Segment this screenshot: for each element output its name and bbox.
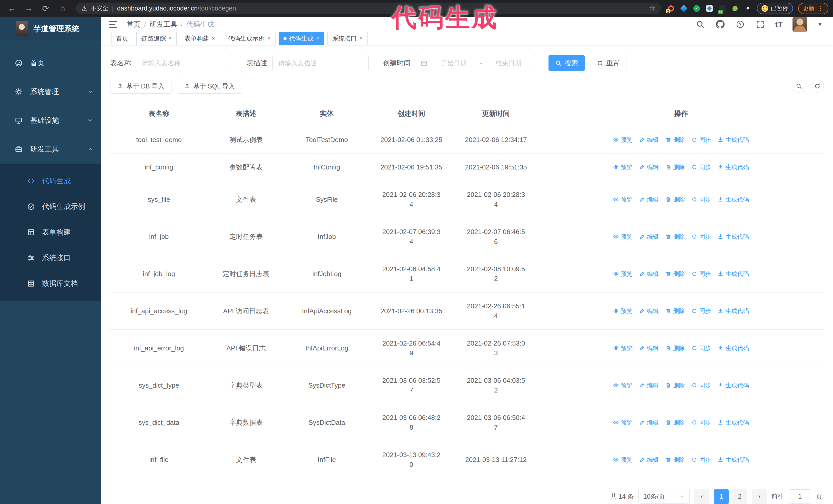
generate-code-link[interactable]: 生成代码 (718, 135, 749, 145)
preview-link[interactable]: 预览 (613, 380, 633, 390)
generate-code-link[interactable]: 生成代码 (718, 162, 749, 172)
delete-link[interactable]: 删除 (665, 306, 685, 316)
preview-link[interactable]: 预览 (613, 135, 633, 145)
avatar[interactable] (792, 17, 807, 32)
extension-gem-icon[interactable] (680, 5, 688, 12)
delete-link[interactable]: 删除 (665, 162, 685, 172)
breadcrumb-devtools[interactable]: 研发工具 (150, 20, 177, 29)
edit-link[interactable]: 编辑 (639, 455, 659, 464)
sync-link[interactable]: 同步 (691, 306, 711, 316)
extension-grid-icon[interactable] (706, 5, 713, 12)
sync-link[interactable]: 同步 (691, 380, 711, 390)
generate-code-link[interactable]: 生成代码 (718, 380, 749, 390)
sidebar-item-system[interactable]: 系统管理 (0, 77, 101, 106)
delete-link[interactable]: 删除 (665, 417, 685, 427)
tab-close-icon[interactable]: × (168, 35, 172, 41)
delete-link[interactable]: 删除 (665, 455, 685, 464)
page-size-select[interactable]: 10条/页 (639, 489, 690, 504)
tab-2[interactable]: 表单构建× (180, 32, 220, 45)
edit-link[interactable]: 编辑 (639, 343, 659, 353)
edit-link[interactable]: 编辑 (639, 135, 659, 145)
preview-link[interactable]: 预览 (613, 269, 633, 279)
preview-link[interactable]: 预览 (613, 455, 633, 464)
generate-code-link[interactable]: 生成代码 (718, 306, 749, 316)
sync-link[interactable]: 同步 (691, 195, 711, 204)
table-row[interactable]: sys_dict_data 字典数据表 SysDictData 2021-03-… (110, 404, 824, 441)
breadcrumb-home[interactable]: 首页 (127, 20, 140, 29)
tab-5[interactable]: 系统接口× (327, 32, 367, 45)
sync-link[interactable]: 同步 (691, 343, 711, 353)
delete-link[interactable]: 删除 (665, 135, 685, 145)
table-name-input[interactable] (136, 55, 232, 71)
table-row[interactable]: tool_test_demo 测试示例表 ToolTestDemo 2021-0… (110, 126, 824, 153)
help-icon[interactable]: ? (735, 19, 745, 29)
delete-link[interactable]: 删除 (665, 380, 685, 390)
start-date-placeholder[interactable]: 开始日期 (431, 59, 476, 67)
preview-link[interactable]: 预览 (613, 232, 633, 241)
date-range-picker[interactable]: 开始日期 - 结束日期 (416, 55, 536, 71)
browser-update-pill[interactable]: 更新 ⋮ (798, 3, 828, 14)
tab-4[interactable]: 代码生成× (279, 32, 325, 45)
edit-link[interactable]: 编辑 (639, 232, 659, 241)
sync-link[interactable]: 同步 (691, 232, 711, 241)
reload-icon[interactable]: ⟳ (39, 2, 53, 15)
table-row[interactable]: sys_file 文件表 SysFile 2021-02-06 20:28:3 … (110, 181, 824, 218)
tab-3[interactable]: 代码生成示例× (223, 32, 276, 45)
page-button-2[interactable]: 2 (732, 489, 747, 504)
tab-close-icon[interactable]: × (359, 35, 363, 41)
sidebar-item-db-doc[interactable]: 数据库文档 (0, 271, 101, 296)
extension-white-icon[interactable]: ✦ (744, 5, 752, 12)
home-icon[interactable]: ⌂ (55, 2, 70, 15)
delete-link[interactable]: 删除 (665, 269, 685, 279)
address-bar[interactable]: ⚠ 不安全 | dashboard.yudao.iocoder.cn/tool/… (76, 3, 661, 14)
table-row[interactable]: inf_file 文件表 InfFile 2021-03-13 09:43:2 … (110, 441, 824, 478)
github-icon[interactable] (715, 19, 725, 29)
table-row[interactable]: inf_job_log 定时任务日志表 InfJobLog 2021-02-08… (110, 255, 824, 292)
tab-1[interactable]: 链路追踪× (136, 32, 176, 45)
tab-close-icon[interactable]: × (267, 35, 271, 41)
sync-link[interactable]: 同步 (691, 135, 711, 145)
extension-on-icon[interactable]: on (718, 5, 726, 12)
table-row[interactable]: inf_api_access_log API 访问日志表 InfApiAcces… (110, 292, 824, 330)
generate-code-link[interactable]: 生成代码 (718, 343, 749, 353)
sync-link[interactable]: 同步 (691, 162, 711, 172)
extension-leaf-icon[interactable] (731, 5, 739, 12)
sync-link[interactable]: 同步 (691, 455, 711, 464)
sidebar-item-home[interactable]: 首页 (0, 49, 101, 77)
sidebar-item-devtools[interactable]: 研发工具 (0, 135, 101, 164)
fullscreen-icon[interactable] (755, 19, 765, 29)
reset-button[interactable]: 重置 (590, 55, 626, 71)
browser-menu-icon[interactable]: ⋮ (817, 4, 824, 12)
delete-link[interactable]: 删除 (665, 343, 685, 353)
hamburger-icon[interactable] (108, 19, 119, 30)
sync-link[interactable]: 同步 (691, 269, 711, 279)
extension-adblock-icon[interactable]: 1 (667, 5, 675, 12)
sidebar-item-codegen[interactable]: 代码生成 (0, 168, 101, 194)
tab-close-icon[interactable]: × (212, 35, 215, 41)
search-icon[interactable] (695, 19, 705, 29)
edit-link[interactable]: 编辑 (639, 417, 659, 427)
tab-0[interactable]: 首页 (111, 32, 133, 45)
table-row[interactable]: inf_api_error_log API 错误日志 InfApiErrorLo… (110, 330, 824, 367)
avatar-caret-down-icon[interactable]: ▼ (817, 21, 823, 28)
sidebar-item-api[interactable]: 系统接口 (0, 245, 101, 271)
extension-check-icon[interactable]: ✓ (693, 5, 700, 12)
preview-link[interactable]: 预览 (613, 306, 633, 316)
sync-link[interactable]: 同步 (691, 417, 711, 427)
bookmark-star-icon[interactable]: ☆ (649, 4, 656, 13)
tab-close-icon[interactable]: × (316, 35, 319, 41)
end-date-placeholder[interactable]: 结束日期 (486, 59, 531, 67)
table-row[interactable]: inf_config 参数配置表 InfConfig 2021-02-06 19… (110, 153, 824, 181)
table-row[interactable]: inf_job 定时任务表 InfJob 2021-02-07 06:39:3 … (110, 218, 824, 255)
generate-code-link[interactable]: 生成代码 (718, 455, 749, 464)
search-button[interactable]: 搜索 (548, 55, 585, 71)
delete-link[interactable]: 删除 (665, 232, 685, 241)
table-row[interactable]: sys_dict_type 字典类型表 SysDictType 2021-03-… (110, 367, 824, 404)
edit-link[interactable]: 编辑 (639, 195, 659, 204)
sidebar-item-form-builder[interactable]: 表单构建 (0, 219, 101, 245)
preview-link[interactable]: 预览 (613, 343, 633, 353)
import-db-button[interactable]: 基于 DB 导入 (110, 79, 171, 94)
next-page-button[interactable]: › (752, 489, 767, 504)
paused-extension-pill[interactable]: 已暂停 (757, 3, 793, 14)
edit-link[interactable]: 编辑 (639, 162, 659, 172)
